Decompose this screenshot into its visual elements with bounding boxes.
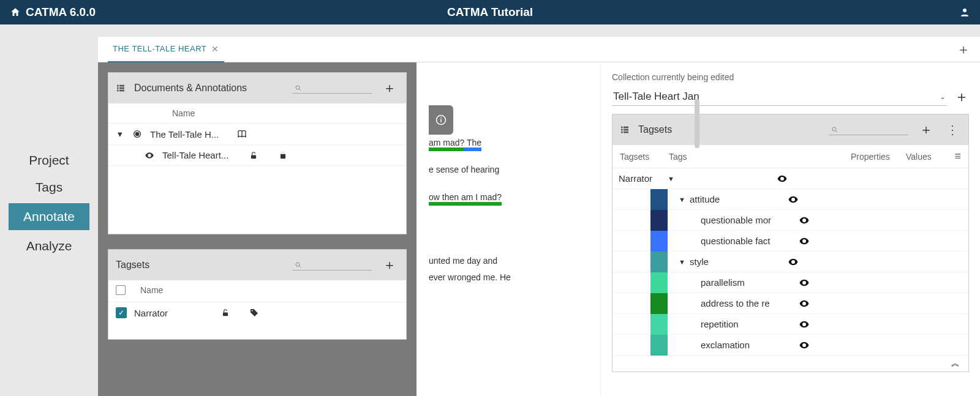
add-collection-button[interactable]: ＋: [954, 87, 969, 106]
document-row[interactable]: ▾ The Tell-Tale H...: [108, 124, 406, 145]
tag-label: attitude: [690, 194, 788, 204]
expand-icon[interactable]: ▼: [679, 196, 690, 203]
expand-icon[interactable]: ▼: [668, 175, 679, 182]
visibility-icon[interactable]: [144, 151, 155, 160]
tag-label: exclamation: [701, 340, 799, 350]
close-icon[interactable]: ✕: [211, 44, 219, 54]
svg-rect-24: [621, 129, 623, 131]
text-line: unted me day and: [429, 254, 600, 267]
color-swatch: [650, 231, 668, 252]
expand-icon[interactable]: ▾: [116, 129, 124, 140]
collection-name: Tell-Tale Heart...: [162, 150, 242, 160]
tag-icon: [249, 308, 259, 318]
text-annotated[interactable]: The: [464, 138, 481, 151]
svg-rect-26: [621, 132, 623, 133]
list-icon: [116, 83, 126, 93]
list-icon: [620, 125, 630, 135]
documents-panel: Documents & Annotations ＋ Name ▾: [108, 72, 407, 234]
tagsets-left-search[interactable]: [292, 260, 372, 271]
tag-row[interactable]: parallelism: [612, 272, 968, 293]
tagset-name: Narrator: [134, 308, 214, 318]
scrollbar-thumb[interactable]: [695, 99, 699, 148]
documents-search-input[interactable]: [292, 83, 372, 94]
visibility-icon[interactable]: [799, 277, 817, 288]
left-panel-stack: Documents & Annotations ＋ Name ▾: [98, 62, 417, 396]
tag-row[interactable]: questionable mor: [612, 210, 968, 231]
visibility-icon[interactable]: [788, 194, 806, 205]
documents-panel-header: Documents & Annotations ＋: [108, 73, 406, 103]
tagset-name-cell: Narrator: [612, 173, 650, 184]
user-icon[interactable]: [959, 7, 970, 18]
svg-point-10: [135, 132, 138, 135]
home-icon[interactable]: [10, 7, 21, 18]
svg-line-8: [300, 89, 301, 91]
text-annotated[interactable]: am mad?: [429, 138, 464, 151]
visibility-icon[interactable]: [799, 215, 817, 226]
svg-line-16: [300, 266, 301, 267]
visibility-icon[interactable]: [799, 236, 817, 247]
collection-select[interactable]: Tell-Tale Heart Jan ⌄: [612, 88, 947, 106]
unlock-icon: [221, 308, 230, 317]
nav-project[interactable]: Project: [0, 147, 98, 174]
svg-rect-12: [251, 155, 256, 159]
tagset-checkbox[interactable]: ✓: [116, 307, 127, 318]
tag-row[interactable]: ▼attitude: [612, 189, 968, 210]
nav-analyze[interactable]: Analyze: [0, 233, 98, 260]
tagsets-left-title: Tagsets: [116, 260, 149, 271]
select-all-checkbox[interactable]: [116, 285, 126, 295]
add-tagset-button[interactable]: ＋: [380, 256, 399, 274]
tag-label: address to the re: [701, 298, 799, 308]
tab-label: THE TELL-TALE HEART: [113, 44, 206, 53]
select-radio[interactable]: [132, 129, 143, 139]
svg-line-29: [836, 130, 838, 132]
page-title: CATMA Tutorial: [447, 6, 533, 19]
workspace-body: Documents & Annotations ＋ Name ▾: [98, 62, 980, 396]
tab-document[interactable]: THE TELL-TALE HEART ✕: [108, 37, 224, 62]
svg-rect-1: [117, 85, 119, 87]
nav-tags[interactable]: Tags: [0, 174, 98, 201]
documents-column-header: Name: [108, 103, 406, 124]
visibility-icon[interactable]: [799, 319, 817, 330]
more-menu-icon[interactable]: ⋮: [944, 122, 961, 137]
visibility-icon[interactable]: [777, 173, 795, 184]
tag-row[interactable]: ▼style: [612, 252, 968, 272]
tag-row[interactable]: repetition: [612, 314, 968, 335]
annotated-text-preview: am mad? The e sense of hearing ow then a…: [429, 87, 600, 297]
chevron-down-icon: ⌄: [940, 92, 946, 101]
svg-rect-22: [621, 127, 623, 129]
visibility-icon[interactable]: [788, 256, 806, 267]
tag-row[interactable]: address to the re: [612, 293, 968, 314]
columns-menu-icon[interactable]: ≡: [949, 150, 961, 163]
right-column: Collection currently being edited Tell-T…: [600, 62, 980, 396]
tag-label: repetition: [701, 319, 799, 329]
tag-row[interactable]: Narrator▼: [612, 168, 968, 189]
notebook-icon: [279, 151, 287, 160]
tagsets-right-search[interactable]: [829, 125, 908, 135]
color-swatch: [650, 272, 668, 293]
nav-annotate[interactable]: Annotate: [9, 203, 89, 230]
color-swatch: [650, 293, 668, 314]
tagset-row[interactable]: ✓ Narrator: [108, 302, 406, 323]
expand-icon[interactable]: ▼: [679, 258, 690, 266]
scroll-up-icon[interactable]: ︽: [612, 356, 968, 372]
tag-label: style: [690, 256, 788, 267]
text-line: e sense of hearing: [429, 163, 600, 176]
visibility-icon[interactable]: [799, 340, 817, 351]
visibility-icon[interactable]: [799, 298, 817, 309]
workspace: THE TELL-TALE HEART ✕ ＋ Documents & Anno…: [98, 37, 980, 396]
text-line: ever wronged me. He: [429, 271, 600, 284]
add-tag-button[interactable]: ＋: [917, 121, 935, 139]
color-swatch: [650, 252, 668, 272]
tagsets-left-panel: Tagsets ＋ Name ✓: [108, 249, 407, 340]
name-column-label: Name: [140, 285, 163, 297]
document-name: The Tell-Tale H...: [150, 129, 230, 140]
collection-editing-label: Collection currently being edited: [612, 72, 969, 82]
tag-row[interactable]: questionable fact: [612, 231, 968, 252]
add-document-button[interactable]: ＋: [380, 79, 399, 97]
text-annotated[interactable]: ow then am I mad?: [429, 192, 502, 206]
tag-row[interactable]: exclamation: [612, 335, 968, 356]
add-tab-button[interactable]: ＋: [957, 40, 970, 59]
annotation-collection-row[interactable]: Tell-Tale Heart...: [108, 145, 406, 166]
tagsets-right-colhead: Tagsets Tags Properties Values ≡: [612, 145, 968, 168]
tagsets-right-panel: Tagsets ＋ ⋮ Tagsets Tags Properties Valu…: [612, 114, 969, 372]
